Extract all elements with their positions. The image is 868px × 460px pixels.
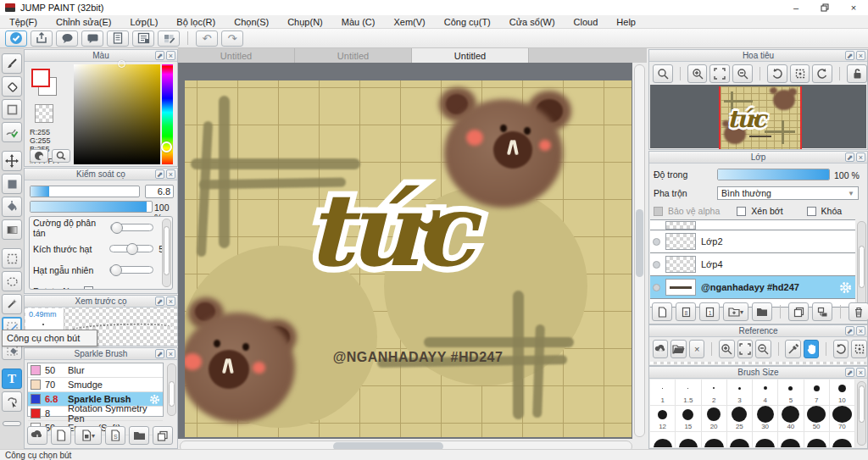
menu-cong-cu[interactable]: Công cụ(T): [435, 15, 500, 29]
shape-select-tool[interactable]: [2, 391, 22, 412]
primary-color-swatch[interactable]: [31, 69, 50, 87]
brush-size-option[interactable]: [753, 432, 778, 447]
brush-size-option[interactable]: 25: [727, 406, 753, 432]
marquee-select-tool[interactable]: [2, 248, 22, 269]
move-tool[interactable]: [2, 151, 22, 171]
rotate-reset-button[interactable]: [790, 64, 810, 83]
brush-tool[interactable]: [2, 53, 22, 74]
close-button[interactable]: ×: [839, 0, 868, 15]
restore-button[interactable]: [810, 0, 839, 15]
brush-list-scrollbar[interactable]: [167, 363, 176, 416]
brush-size-option[interactable]: 40: [778, 406, 804, 432]
sync-check-button[interactable]: [5, 30, 27, 47]
layer-row-partial[interactable]: [650, 220, 855, 230]
brush-size-option[interactable]: 4: [753, 380, 778, 406]
brush-row-smudge[interactable]: 70 Smudge: [28, 378, 163, 392]
reference-preview-area[interactable]: [650, 362, 866, 364]
merge-layer-button[interactable]: [812, 302, 832, 321]
brush-size-value[interactable]: 6.8: [145, 185, 174, 198]
fill-rect-tool[interactable]: [2, 174, 22, 194]
brush-size-option[interactable]: 1: [650, 380, 676, 406]
popout-icon[interactable]: ⬈: [845, 51, 854, 60]
popout-icon[interactable]: ⬈: [845, 152, 854, 162]
tool-column-slider[interactable]: [3, 421, 21, 426]
cloud-brush-button[interactable]: [27, 426, 47, 445]
brush-size-option[interactable]: 10: [830, 380, 855, 406]
ref-zoom-out-button[interactable]: [755, 340, 771, 358]
brush-size-option[interactable]: [702, 432, 727, 447]
fit-screen-button[interactable]: [709, 64, 730, 83]
delete-layer-button[interactable]: [849, 302, 868, 321]
param-slider[interactable]: [110, 224, 154, 231]
brush-size-option[interactable]: 7: [804, 380, 830, 406]
tab-untitled-1[interactable]: Untitled: [178, 48, 295, 63]
brush-size-option[interactable]: 1.5: [676, 380, 701, 406]
layer-row-lop4[interactable]: Lớp4: [650, 253, 855, 276]
ref-eyedropper-button[interactable]: [785, 340, 800, 358]
zoom-out-button[interactable]: [732, 64, 753, 83]
menu-xem[interactable]: Xem(V): [384, 15, 434, 29]
list-settings-button[interactable]: [132, 30, 154, 47]
magic-wand-tool[interactable]: [2, 294, 22, 314]
brush-size-option[interactable]: 3: [727, 380, 753, 406]
popout-icon[interactable]: ⬈: [845, 326, 854, 335]
lock-view-button[interactable]: [847, 64, 867, 83]
navigator-view[interactable]: tức: [650, 85, 866, 148]
param-scrollbar[interactable]: [162, 219, 171, 287]
brush-size-option[interactable]: [650, 432, 676, 447]
shape-rect-tool[interactable]: [2, 99, 22, 119]
document-button[interactable]: [107, 30, 129, 47]
script-brush-button[interactable]: S: [105, 426, 125, 445]
close-icon[interactable]: ×: [856, 326, 865, 335]
close-icon[interactable]: ×: [166, 51, 175, 60]
brush-folder-button[interactable]: [129, 426, 149, 445]
bucket-tool[interactable]: [2, 197, 22, 217]
zoom-in-button[interactable]: [687, 64, 708, 83]
popout-icon[interactable]: ⬈: [155, 51, 164, 60]
undo-button[interactable]: ↶: [196, 30, 218, 47]
ref-zoom-in-button[interactable]: [719, 340, 734, 358]
saturation-value-field[interactable]: [74, 64, 160, 164]
brush-size-option[interactable]: [778, 432, 804, 447]
layer-row-lop2[interactable]: Lớp2: [650, 230, 855, 253]
palette-button[interactable]: [30, 149, 48, 163]
tab-untitled-3[interactable]: Untitled: [412, 48, 529, 63]
duplicate-layer-button[interactable]: [788, 302, 809, 321]
brush-size-option[interactable]: [804, 432, 830, 447]
menu-chon[interactable]: Chọn(S): [225, 15, 278, 29]
clipping-checkbox[interactable]: [737, 207, 746, 216]
popout-icon[interactable]: ⬈: [155, 297, 164, 306]
comment-button[interactable]: [56, 30, 78, 47]
new-1bit-layer-button[interactable]: 1: [699, 302, 720, 321]
canvas[interactable]: tức tức @NGANHADAYY #HD247: [185, 80, 632, 437]
curve-tool[interactable]: [2, 122, 22, 142]
layer-visibility-toggle[interactable]: [653, 284, 660, 291]
close-icon[interactable]: ×: [856, 152, 865, 162]
layer-opacity-slider[interactable]: [717, 169, 830, 180]
layer-settings-gear-icon[interactable]: [839, 281, 852, 294]
brush-row-blur[interactable]: 50 Blur: [28, 363, 163, 378]
new-layer-button[interactable]: [652, 302, 672, 321]
minimize-button[interactable]: –: [782, 0, 810, 15]
tab-untitled-2[interactable]: Untitled: [295, 48, 412, 63]
vscroll-thumb[interactable]: [636, 209, 643, 277]
ref-rotate-reset-button[interactable]: [851, 340, 866, 358]
hue-bar[interactable]: [162, 64, 173, 164]
text-tool[interactable]: T: [2, 369, 22, 389]
brush-size-option[interactable]: 2: [702, 380, 727, 406]
close-icon[interactable]: ×: [166, 169, 175, 179]
sv-cursor[interactable]: [118, 60, 125, 68]
menu-cloud[interactable]: Cloud: [565, 15, 608, 29]
hue-cursor[interactable]: [161, 141, 172, 152]
canvas-viewport[interactable]: tức tức @NGANHADAYY #HD247: [178, 63, 632, 439]
popout-icon[interactable]: ⬈: [155, 169, 164, 179]
duplicate-brush-button[interactable]: ▾: [75, 426, 102, 445]
export-button[interactable]: [31, 30, 53, 47]
layer-list-scrollbar[interactable]: [857, 221, 866, 306]
new-folder-button[interactable]: ▾: [723, 302, 748, 321]
menu-chup[interactable]: Chụp(N): [278, 15, 332, 29]
navigator-thumbnail[interactable]: tức: [719, 86, 802, 149]
param-slider[interactable]: [109, 266, 153, 274]
param-slider[interactable]: [109, 245, 153, 252]
rotate-ccw-button[interactable]: [767, 64, 787, 83]
